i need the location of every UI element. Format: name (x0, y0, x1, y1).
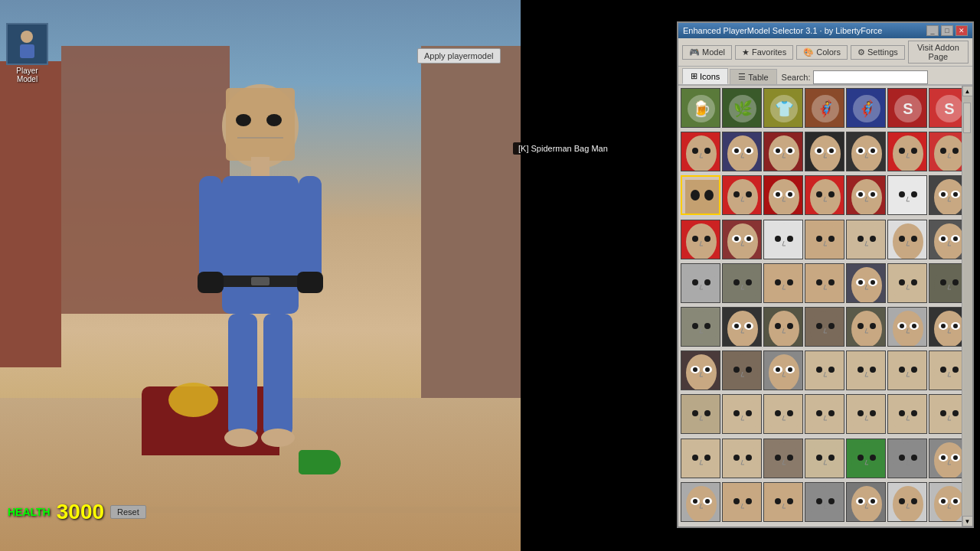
svg-rect-1 (226, 88, 295, 161)
icon-cell[interactable] (846, 307, 886, 347)
icon-cell[interactable] (681, 439, 720, 478)
svg-rect-12 (297, 272, 323, 293)
icon-cell[interactable] (805, 88, 844, 128)
colors-nav-button[interactable]: 🎨 Colors (796, 45, 848, 60)
maximize-button[interactable]: □ (941, 25, 953, 36)
icon-cell[interactable] (805, 220, 844, 259)
health-value: 3000 (57, 500, 104, 524)
svg-rect-5 (251, 157, 270, 176)
icon-cell[interactable] (846, 482, 886, 522)
icon-cell[interactable] (763, 132, 803, 171)
icon-cell[interactable] (681, 350, 720, 390)
scroll-up-arrow[interactable]: ▲ (962, 86, 973, 96)
icon-cell[interactable] (681, 482, 720, 522)
colors-nav-icon: 🎨 (803, 47, 814, 57)
icon-cell[interactable] (887, 439, 927, 478)
favorites-nav-button[interactable]: ★ Favorites (735, 45, 793, 60)
search-input[interactable] (813, 70, 928, 84)
favorites-nav-label: Favorites (752, 47, 786, 57)
icon-cell[interactable] (763, 307, 803, 347)
minimize-button[interactable]: _ (926, 25, 939, 36)
icon-cell[interactable] (722, 88, 762, 128)
icon-cell[interactable] (887, 220, 927, 259)
nav-buttons: 🎮 Model ★ Favorites 🎨 Colors ⚙ Settings (682, 45, 905, 60)
icon-cell[interactable] (805, 482, 844, 522)
icon-cell[interactable] (887, 350, 927, 390)
favorites-nav-icon: ★ (742, 47, 750, 57)
search-label: Search: (782, 73, 811, 82)
icon-cell[interactable] (722, 482, 762, 522)
icon-cell[interactable] (722, 175, 762, 215)
icon-cell[interactable] (846, 263, 886, 303)
settings-nav-button[interactable]: ⚙ Settings (851, 45, 905, 60)
svg-point-16 (261, 429, 295, 447)
icon-cell[interactable] (846, 175, 886, 215)
icon-cell[interactable] (763, 220, 803, 259)
icon-cell[interactable] (887, 88, 927, 128)
icon-cell[interactable] (681, 307, 720, 347)
icon-cell[interactable] (887, 394, 927, 434)
scroll-down-arrow[interactable]: ▼ (962, 516, 973, 527)
icon-cell[interactable] (722, 132, 762, 171)
icon-cell[interactable] (681, 394, 720, 434)
panel-titlebar: Enhanced PlayerModel Selector 3.1 · by L… (678, 23, 972, 38)
reset-button[interactable]: Reset (110, 505, 146, 519)
icon-cell[interactable] (763, 175, 803, 215)
visit-addon-button[interactable]: Visit Addon Page (908, 41, 969, 64)
icon-cell[interactable] (846, 394, 886, 434)
icon-cell[interactable] (805, 439, 844, 478)
table-tab-label: Table (748, 73, 768, 82)
icons-tab-icon: ⊞ (691, 71, 697, 81)
panel-top-nav: 🎮 Model ★ Favorites 🎨 Colors ⚙ Settings … (678, 38, 972, 67)
tab-table[interactable]: ☰ Table (730, 69, 776, 84)
icon-cell[interactable] (846, 350, 886, 390)
icon-cell[interactable] (887, 132, 927, 171)
svg-rect-9 (199, 176, 222, 283)
icon-cell[interactable] (681, 263, 720, 303)
settings-nav-label: Settings (867, 47, 898, 57)
icon-cell[interactable] (722, 394, 762, 434)
icon-cell[interactable] (805, 307, 844, 347)
icon-cell[interactable] (681, 88, 720, 128)
icon-cell[interactable] (763, 88, 803, 128)
icon-cell[interactable] (722, 350, 762, 390)
svg-point-2 (236, 114, 251, 126)
icon-cell[interactable] (805, 263, 844, 303)
icon-cell[interactable] (805, 394, 844, 434)
icon-cell[interactable] (722, 307, 762, 347)
tooltip: [K] Spiderman Bag Man (513, 142, 613, 155)
icon-cell[interactable] (681, 132, 720, 171)
icon-cell[interactable] (805, 132, 844, 171)
scroll-thumb[interactable] (963, 103, 971, 133)
icons-tab-label: Icons (700, 72, 720, 81)
icon-cell[interactable] (887, 263, 927, 303)
icon-cell[interactable] (763, 263, 803, 303)
player-model-section: Player Model (6, 23, 48, 83)
icon-cell[interactable] (887, 307, 927, 347)
icon-cell[interactable] (722, 263, 762, 303)
icon-cell[interactable] (846, 220, 886, 259)
icon-cell[interactable] (763, 394, 803, 434)
icon-cell[interactable] (722, 220, 762, 259)
icon-cell[interactable] (763, 350, 803, 390)
icon-cell[interactable] (681, 220, 720, 259)
close-button[interactable]: ✕ (956, 25, 968, 36)
apply-playermodel-button[interactable]: Apply playermodel (417, 48, 501, 64)
icon-cell[interactable] (805, 350, 844, 390)
icon-cell[interactable] (681, 175, 720, 215)
icon-cell[interactable] (846, 132, 886, 171)
svg-rect-8 (251, 277, 270, 285)
model-nav-icon: 🎮 (689, 47, 700, 57)
player-model-icon-box[interactable] (6, 23, 48, 65)
icon-cell[interactable] (846, 88, 886, 128)
icon-cell[interactable] (846, 439, 886, 478)
tab-icons[interactable]: ⊞ Icons (682, 68, 728, 84)
icon-cell[interactable] (887, 175, 927, 215)
icon-cell[interactable] (722, 439, 762, 478)
icon-cell[interactable] (763, 439, 803, 478)
icon-cell[interactable] (763, 482, 803, 522)
model-nav-button[interactable]: 🎮 Model (682, 45, 732, 60)
icon-cell[interactable] (887, 482, 927, 522)
svg-point-17 (21, 31, 33, 43)
icon-cell[interactable] (805, 175, 844, 215)
